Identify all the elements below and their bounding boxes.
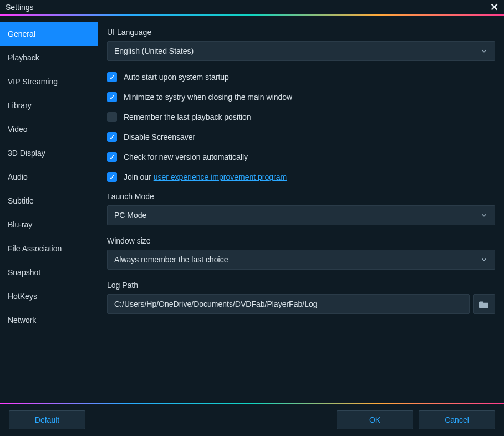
ui-language-label: UI Language [107,28,495,37]
join-program-prefix: Join our [124,173,154,181]
sidebar-item-file-association[interactable]: File Association [0,237,98,261]
sidebar-item-video[interactable]: Video [0,118,98,141]
browse-folder-button[interactable] [473,294,495,314]
sidebar-item-snapshot[interactable]: Snapshot [0,261,98,285]
check-update-label: Check for new version automatically [124,153,248,161]
default-button-label: Default [35,415,59,424]
sidebar-item-label: Network [8,316,36,325]
sidebar-item-library[interactable]: Library [0,94,98,118]
minimize-label: Minimize to systry when closing the main… [124,93,292,102]
ui-language-value: English (United States) [114,47,194,55]
join-program-checkbox[interactable]: ✓ [107,172,117,182]
chevron-down-icon [480,256,488,263]
folder-icon [479,300,489,308]
log-path-row: C:/Users/Hp/OneDrive/Documents/DVDFab/Pl… [107,294,495,314]
default-button[interactable]: Default [9,410,85,429]
minimize-row: ✓ Minimize to systry when closing the ma… [107,92,495,102]
check-update-row: ✓ Check for new version automatically [107,152,495,162]
log-path-label: Log Path [107,281,495,290]
sidebar-item-label: Blu-ray [8,220,32,229]
log-path-input[interactable]: C:/Users/Hp/OneDrive/Documents/DVDFab/Pl… [107,294,470,314]
remember-position-label: Remember the last playback position [124,113,251,121]
auto-start-label: Auto start upon system startup [124,73,229,82]
sidebar-item-label: File Association [8,244,62,253]
sidebar: General Playback VIP Streaming Library V… [0,16,98,403]
remember-position-checkbox[interactable]: ✓ [107,112,117,122]
minimize-checkbox[interactable]: ✓ [107,92,117,102]
close-button[interactable]: ✕ [490,1,498,13]
sidebar-item-network[interactable]: Network [0,308,98,332]
join-program-label: Join our user experience improvement pro… [124,173,287,181]
window-size-select[interactable]: Always remember the last choice [107,250,495,270]
window-title: Settings [6,3,34,12]
sidebar-item-label: Snapshot [8,268,40,277]
cancel-button[interactable]: Cancel [419,410,495,429]
sidebar-item-label: General [8,29,35,38]
launch-mode-select[interactable]: PC Mode [107,205,495,225]
sidebar-item-audio[interactable]: Audio [0,165,98,189]
sidebar-item-label: Playback [8,53,39,62]
body: General Playback VIP Streaming Library V… [0,16,504,403]
sidebar-item-blu-ray[interactable]: Blu-ray [0,213,98,237]
ok-button[interactable]: OK [337,410,413,429]
screensaver-row: ✓ Disable Screensaver [107,132,495,142]
ok-button-label: OK [369,415,380,424]
main-panel: UI Language English (United States) ✓ Au… [98,16,504,403]
cancel-button-label: Cancel [445,415,469,424]
footer: Default OK Cancel [0,404,504,436]
sidebar-item-label: 3D Display [8,149,45,158]
launch-mode-label: Launch Mode [107,192,495,201]
ui-language-select[interactable]: English (United States) [107,41,495,61]
sidebar-item-label: Library [8,101,32,110]
sidebar-item-3d-display[interactable]: 3D Display [0,141,98,165]
sidebar-item-playback[interactable]: Playback [0,46,98,70]
sidebar-item-general[interactable]: General [0,22,98,46]
remember-position-row: ✓ Remember the last playback position [107,112,495,122]
screensaver-checkbox[interactable]: ✓ [107,132,117,142]
auto-start-row: ✓ Auto start upon system startup [107,72,495,82]
footer-right: OK Cancel [337,410,495,429]
join-program-row: ✓ Join our user experience improvement p… [107,172,495,182]
log-path-value: C:/Users/Hp/OneDrive/Documents/DVDFab/Pl… [114,300,317,308]
settings-window: Settings ✕ General Playback VIP Streamin… [0,0,504,436]
sidebar-item-hotkeys[interactable]: HotKeys [0,285,98,308]
launch-mode-value: PC Mode [114,211,146,220]
sidebar-item-label: HotKeys [8,292,37,301]
auto-start-checkbox[interactable]: ✓ [107,72,117,82]
screensaver-label: Disable Screensaver [124,133,195,141]
sidebar-item-label: Subtitle [8,196,34,205]
sidebar-item-vip-streaming[interactable]: VIP Streaming [0,70,98,94]
sidebar-item-label: VIP Streaming [8,77,58,86]
sidebar-item-label: Audio [8,173,28,181]
user-experience-link[interactable]: user experience improvement program [154,173,287,181]
window-size-value: Always remember the last choice [114,255,228,264]
sidebar-item-subtitle[interactable]: Subtitle [0,189,98,213]
titlebar: Settings ✕ [0,0,504,14]
chevron-down-icon [480,211,488,219]
window-size-label: Window size [107,236,495,245]
chevron-down-icon [480,47,488,55]
check-update-checkbox[interactable]: ✓ [107,152,117,162]
sidebar-item-label: Video [8,125,28,134]
